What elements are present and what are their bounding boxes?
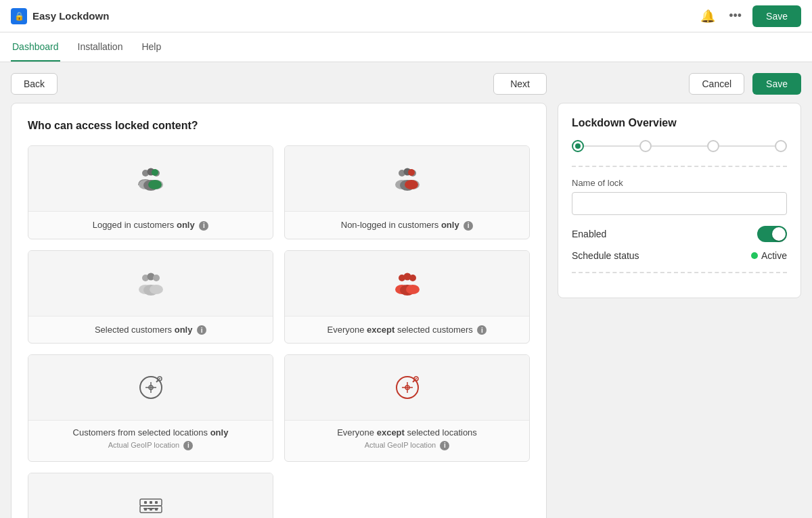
svg-rect-43 bbox=[155, 508, 158, 511]
status-badge: Active bbox=[751, 250, 787, 261]
name-of-lock-input[interactable] bbox=[572, 192, 787, 215]
option-password[interactable]: Any visitor withPassword or Access Link bbox=[28, 473, 273, 518]
stepper bbox=[572, 140, 787, 152]
info-icon-logged-in[interactable]: i bbox=[199, 221, 208, 231]
step-2 bbox=[639, 140, 652, 152]
left-panel: Back Next Who can access locked content? bbox=[11, 73, 547, 518]
step-3 bbox=[707, 140, 719, 152]
option-icon-area-password bbox=[28, 473, 273, 518]
option-icon-area-locations bbox=[28, 355, 273, 421]
enabled-toggle[interactable] bbox=[757, 226, 787, 242]
enabled-row: Enabled bbox=[572, 226, 787, 242]
option-label-selected-customers: Selected customers only i bbox=[87, 316, 215, 344]
divider-2 bbox=[572, 272, 787, 273]
app-bar-actions: 🔔 ••• Save bbox=[698, 5, 801, 27]
option-except-locations[interactable]: Everyone except selected locations Actua… bbox=[284, 354, 530, 462]
selected-customers-icon bbox=[135, 267, 167, 300]
step-line-1 bbox=[584, 145, 639, 147]
svg-point-6 bbox=[152, 169, 158, 176]
selected-locations-icon bbox=[135, 371, 167, 404]
main-layout: Back Next Who can access locked content? bbox=[0, 62, 812, 518]
info-icon-selected-locations[interactable]: i bbox=[183, 441, 193, 450]
svg-point-21 bbox=[150, 285, 163, 294]
option-logged-in[interactable]: Logged in customers only i bbox=[28, 145, 273, 239]
save-button[interactable]: Save bbox=[752, 73, 801, 95]
overview-title: Lockdown Overview bbox=[572, 117, 787, 129]
app-title: 🔒 Easy Lockdown bbox=[11, 8, 698, 24]
nav-bar: Dashboard Installation Help bbox=[0, 32, 812, 62]
right-panel: Cancel Save Lockdown Overview Name of lo… bbox=[558, 73, 801, 518]
password-icon bbox=[135, 490, 167, 518]
card-title: Who can access locked content? bbox=[28, 120, 530, 132]
option-label-logged-in: Logged in customers only i bbox=[85, 212, 217, 239]
option-icon-area-logged-in bbox=[28, 146, 273, 212]
info-icon-everyone-except[interactable]: i bbox=[477, 325, 487, 335]
name-of-lock-label: Name of lock bbox=[572, 178, 787, 188]
app-icon: 🔒 bbox=[11, 8, 27, 24]
tab-installation[interactable]: Installation bbox=[76, 32, 125, 62]
except-locations-icon bbox=[391, 371, 424, 404]
step-1 bbox=[572, 140, 584, 152]
svg-point-18 bbox=[153, 275, 160, 281]
more-options-icon[interactable]: ••• bbox=[726, 6, 744, 26]
tab-dashboard[interactable]: Dashboard bbox=[11, 32, 60, 62]
app-bar: 🔒 Easy Lockdown 🔔 ••• Save bbox=[0, 0, 812, 32]
cancel-button[interactable]: Cancel bbox=[689, 73, 744, 95]
info-icon-non-logged-in[interactable]: i bbox=[464, 221, 473, 231]
svg-point-24 bbox=[409, 275, 416, 281]
option-selected-locations[interactable]: Customers from selected locations only A… bbox=[28, 354, 273, 462]
option-label-selected-locations: Customers from selected locations only A… bbox=[65, 421, 237, 461]
svg-point-35 bbox=[415, 378, 417, 379]
step-4 bbox=[775, 140, 787, 152]
schedule-row: Schedule status Active bbox=[572, 250, 787, 261]
next-button[interactable]: Next bbox=[493, 73, 547, 95]
toggle-knob bbox=[772, 227, 786, 241]
svg-rect-41 bbox=[144, 508, 147, 511]
option-everyone-except[interactable]: Everyone except selected customers i bbox=[284, 250, 530, 344]
option-icon-area-everyone-except bbox=[285, 251, 529, 316]
status-dot-active bbox=[751, 252, 758, 259]
status-text: Active bbox=[761, 250, 787, 261]
svg-point-15 bbox=[405, 180, 418, 189]
option-icon-area-except-locations bbox=[285, 355, 529, 421]
schedule-status-label: Schedule status bbox=[572, 250, 639, 261]
svg-point-27 bbox=[406, 285, 420, 294]
main-toolbar: Back Next bbox=[11, 73, 547, 95]
header-save-button[interactable]: Save bbox=[752, 5, 801, 27]
option-label-everyone-except: Everyone except selected customers i bbox=[319, 316, 495, 344]
option-selected-customers[interactable]: Selected customers only i bbox=[28, 250, 273, 344]
enabled-label: Enabled bbox=[572, 229, 606, 239]
app-title-text: Easy Lockdown bbox=[32, 10, 109, 22]
back-button[interactable]: Back bbox=[11, 73, 58, 95]
svg-rect-39 bbox=[155, 501, 158, 504]
step-line-2 bbox=[652, 145, 707, 147]
everyone-except-icon bbox=[391, 267, 424, 300]
svg-point-31 bbox=[159, 378, 160, 379]
logged-in-icon bbox=[135, 162, 167, 195]
option-icon-area-selected bbox=[28, 251, 273, 316]
tab-help[interactable]: Help bbox=[140, 32, 162, 62]
step-line-3 bbox=[719, 145, 775, 147]
svg-point-7 bbox=[148, 180, 162, 189]
svg-rect-38 bbox=[150, 501, 152, 504]
option-icon-area-non-logged-in bbox=[285, 146, 529, 212]
option-non-logged-in[interactable]: Non-logged in customers only i bbox=[284, 145, 530, 239]
info-icon-except-locations[interactable]: i bbox=[440, 441, 449, 450]
right-toolbar: Cancel Save bbox=[558, 73, 801, 95]
overview-card: Lockdown Overview Name of lock Enabled bbox=[558, 103, 801, 298]
option-label-except-locations: Everyone except selected locations Actua… bbox=[329, 421, 485, 461]
divider-1 bbox=[572, 166, 787, 167]
svg-rect-42 bbox=[150, 508, 152, 511]
option-label-non-logged-in: Non-logged in customers only i bbox=[333, 212, 482, 239]
notification-icon[interactable]: 🔔 bbox=[698, 6, 718, 26]
svg-point-14 bbox=[408, 169, 415, 176]
non-logged-in-icon bbox=[391, 162, 424, 195]
options-grid: Logged in customers only i bbox=[28, 145, 530, 518]
svg-rect-37 bbox=[144, 501, 147, 504]
info-icon-selected-customers[interactable]: i bbox=[197, 325, 206, 335]
content-card: Who can access locked content? bbox=[11, 103, 547, 518]
